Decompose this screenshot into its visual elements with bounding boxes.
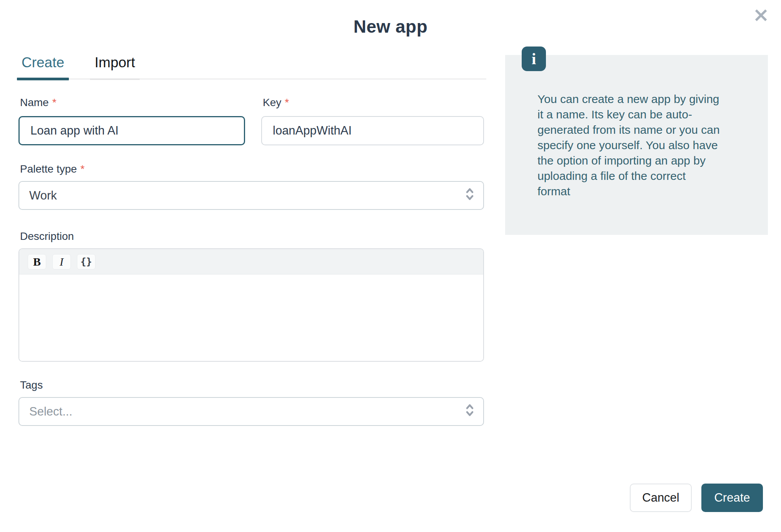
new-app-modal: New app × Create Import Name* Key* [0,0,781,532]
tags-select[interactable]: Select... [18,397,484,426]
key-input[interactable] [261,116,484,145]
chevron-updown-icon [466,187,474,204]
code-button[interactable]: {} [77,254,95,269]
palette-type-value: Work [29,189,57,203]
description-editor: B I {} [18,248,484,362]
bold-icon: B [33,255,41,268]
required-asterisk: * [52,96,57,108]
create-button[interactable]: Create [701,484,763,512]
bold-button[interactable]: B [28,254,46,269]
key-field-group: Key* [261,96,484,145]
palette-type-select[interactable]: Work [18,181,484,210]
tab-create-label: Create [22,55,64,70]
tab-import-underline [90,78,140,80]
code-icon: {} [80,256,92,267]
name-input[interactable] [18,116,245,145]
name-label: Name* [20,96,245,109]
key-label: Key* [263,96,484,109]
description-toolbar: B I {} [19,249,483,274]
tags-placeholder: Select... [29,405,72,419]
required-asterisk: * [80,163,85,175]
info-icon: i [522,47,546,71]
italic-icon: I [60,255,63,268]
chevron-updown-icon [466,403,474,420]
required-asterisk: * [285,96,289,108]
tags-group: Tags Select... [18,379,484,426]
cancel-button[interactable]: Cancel [630,484,692,512]
description-group: Description B I {} [18,230,484,362]
description-textarea[interactable] [19,274,483,361]
info-panel: i You can create a new app by giving it … [505,55,768,235]
italic-button[interactable]: I [52,254,71,269]
palette-type-group: Palette type* Work [18,163,484,210]
palette-type-label: Palette type* [20,163,484,176]
tab-create[interactable]: Create [21,55,65,78]
tab-import-label: Import [95,55,135,70]
close-icon[interactable]: × [749,2,773,27]
tab-import[interactable]: Import [94,55,136,78]
description-label: Description [20,230,484,243]
tab-bar: Create Import [18,55,486,80]
tags-label: Tags [20,379,484,392]
name-field-group: Name* [18,96,245,145]
info-text: You can create a new app by giving it a … [537,91,721,199]
modal-title: New app [0,16,781,37]
tab-create-underline [17,78,69,80]
